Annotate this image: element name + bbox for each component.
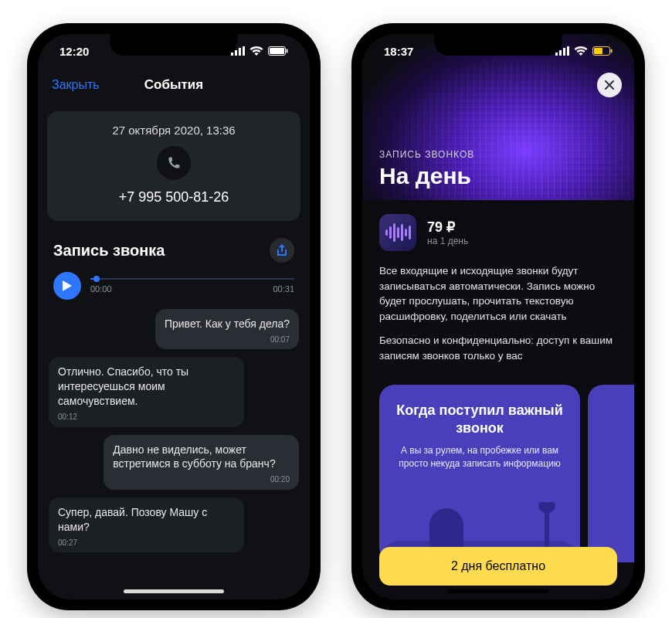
svg-rect-12 bbox=[594, 48, 602, 54]
transcript: Привет. Как у тебя дела? 00:07 Отлично. … bbox=[38, 306, 310, 568]
time-total: 00:31 bbox=[273, 284, 294, 294]
audio-player: 00:00 00:31 bbox=[38, 272, 310, 306]
cta-button[interactable]: 2 дня бесплатно bbox=[379, 547, 617, 586]
status-bar: 18:37 bbox=[362, 34, 634, 68]
svg-rect-2 bbox=[239, 48, 241, 56]
feature-card: Нуж дет Адрес встречи bbox=[588, 385, 634, 562]
message-bubble: Отлично. Спасибо, что ты интересуешься м… bbox=[49, 357, 244, 426]
desc-paragraph: Безопасно и конфиденциально: доступ к ва… bbox=[379, 333, 617, 363]
message-timestamp: 00:27 bbox=[58, 538, 235, 548]
share-icon bbox=[277, 244, 287, 256]
close-button[interactable]: Закрыть bbox=[52, 78, 100, 92]
wifi-icon bbox=[249, 46, 263, 56]
card-title: Когда поступил важный звонок bbox=[395, 402, 565, 436]
time-elapsed: 00:00 bbox=[90, 284, 112, 294]
status-time: 12:20 bbox=[59, 45, 89, 58]
message-text: Супер, давай. Позову Машу с нами? bbox=[58, 506, 207, 533]
play-button[interactable] bbox=[53, 272, 81, 300]
svg-rect-1 bbox=[235, 50, 237, 56]
card-subtitle: А вы за рулем, на пробежке или вам прост… bbox=[395, 444, 565, 469]
feature-card: Когда поступил важный звонок А вы за рул… bbox=[379, 385, 580, 562]
call-datetime: 27 октября 2020, 13:36 bbox=[56, 124, 291, 137]
caller-number: +7 995 500-81-26 bbox=[56, 189, 291, 205]
message-bubble: Супер, давай. Позову Машу с нами? 00:27 bbox=[49, 497, 244, 552]
phone-icon bbox=[157, 146, 191, 180]
share-button[interactable] bbox=[270, 238, 294, 263]
product-row: 79 ₽ на 1 день bbox=[362, 200, 634, 256]
close-icon bbox=[605, 80, 614, 90]
card-title: Нуж дет bbox=[603, 402, 634, 419]
signal-icon bbox=[555, 46, 569, 56]
message-text: Отлично. Спасибо, что ты интересуешься м… bbox=[58, 365, 188, 407]
waveform-icon bbox=[379, 214, 416, 251]
svg-rect-13 bbox=[611, 49, 613, 53]
message-timestamp: 00:07 bbox=[165, 334, 290, 345]
battery-icon bbox=[268, 46, 288, 56]
svg-rect-3 bbox=[243, 46, 245, 56]
message-text: Привет. Как у тебя дела? bbox=[165, 317, 290, 330]
wifi-icon bbox=[574, 46, 588, 56]
seek-bar[interactable]: 00:00 00:31 bbox=[90, 278, 294, 294]
message-timestamp: 00:20 bbox=[113, 474, 290, 485]
status-indicators bbox=[555, 46, 613, 56]
message-text: Давно не виделись, может встретимся в су… bbox=[113, 443, 275, 470]
home-indicator bbox=[448, 589, 548, 593]
svg-rect-5 bbox=[270, 48, 284, 54]
screen-paywall: 18:37 ЗАПИСЬ ЗВОНКОВ На день bbox=[362, 34, 634, 599]
feature-cards[interactable]: Когда поступил важный звонок А вы за рул… bbox=[362, 372, 634, 562]
phone-frame-left: 12:20 Закрыть События 27 октября 2020, 1… bbox=[27, 23, 321, 610]
phone-frame-right: 18:37 ЗАПИСЬ ЗВОНКОВ На день bbox=[351, 23, 645, 610]
svg-rect-9 bbox=[563, 48, 565, 56]
svg-rect-7 bbox=[555, 53, 558, 56]
svg-rect-6 bbox=[287, 49, 288, 53]
screen-call-record: 12:20 Закрыть События 27 октября 2020, 1… bbox=[38, 34, 310, 599]
hero-eyebrow: ЗАПИСЬ ЗВОНКОВ bbox=[379, 149, 474, 160]
battery-icon bbox=[592, 46, 613, 56]
section-header: Запись звонка bbox=[38, 221, 310, 272]
status-time: 18:37 bbox=[384, 45, 413, 58]
product-price: 79 ₽ bbox=[427, 219, 468, 236]
nav-bar: Закрыть События bbox=[38, 68, 310, 102]
close-button[interactable] bbox=[597, 73, 622, 97]
message-bubble: Давно не виделись, может встретимся в су… bbox=[104, 435, 299, 490]
call-info-card: 27 октября 2020, 13:36 +7 995 500-81-26 bbox=[47, 111, 300, 221]
status-bar: 12:20 bbox=[38, 34, 310, 68]
home-indicator bbox=[124, 589, 224, 593]
nav-title: События bbox=[144, 77, 203, 93]
signal-icon bbox=[231, 46, 245, 56]
status-indicators bbox=[231, 46, 288, 56]
svg-rect-10 bbox=[567, 46, 569, 56]
section-title: Запись звонка bbox=[53, 242, 165, 260]
message-bubble: Привет. Как у тебя дела? 00:07 bbox=[155, 309, 299, 349]
card-subtitle: Адрес встречи bbox=[603, 427, 634, 440]
desc-paragraph: Все входящие и исходящие звонки будут за… bbox=[379, 263, 617, 324]
play-icon bbox=[62, 280, 73, 291]
svg-rect-0 bbox=[231, 53, 233, 56]
message-timestamp: 00:12 bbox=[58, 412, 235, 423]
description: Все входящие и исходящие звонки будут за… bbox=[362, 256, 634, 363]
product-period: на 1 день bbox=[427, 236, 468, 246]
hero-title: На день bbox=[379, 163, 474, 189]
svg-rect-8 bbox=[559, 50, 562, 56]
